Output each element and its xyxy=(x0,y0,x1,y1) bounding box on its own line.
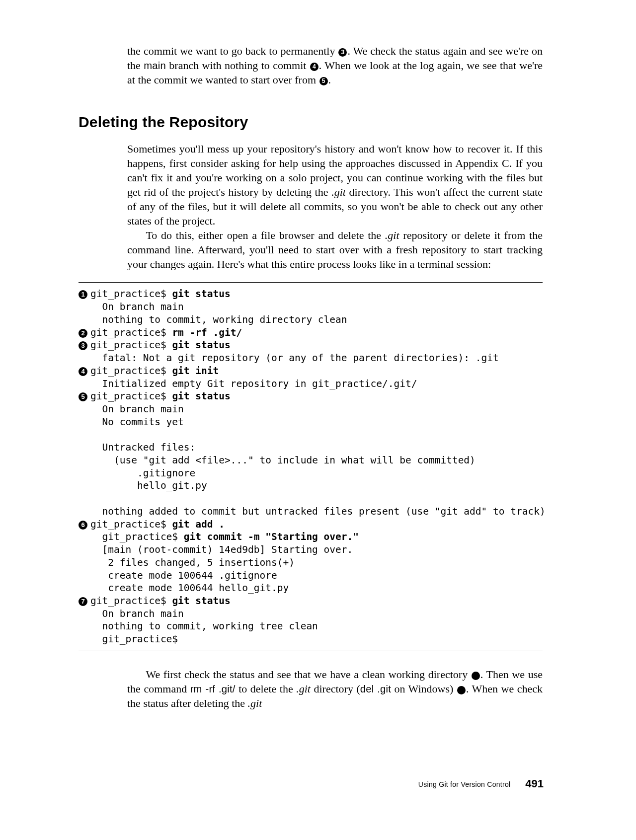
terminal-text: .gitignore xyxy=(90,467,195,480)
terminal-text: On branch main xyxy=(90,608,184,620)
marker-1-icon: 1 xyxy=(472,672,480,680)
terminal-line: create mode 100644 .gitignore xyxy=(79,569,543,582)
terminal-text: git_practice$ git init xyxy=(90,365,219,378)
prompt-text: git_practice$ xyxy=(90,519,172,530)
terminal-text: 2 files changed, 5 insertions(+) xyxy=(90,556,295,569)
terminal-text: nothing added to commit but untracked fi… xyxy=(90,505,546,518)
terminal-line: git_practice$ xyxy=(79,633,543,646)
prompt-text xyxy=(90,582,108,594)
terminal-line: .gitignore xyxy=(79,467,543,480)
terminal-text: git_practice$ git status xyxy=(90,339,231,352)
prompt-text xyxy=(90,314,102,325)
marker-column: 1 xyxy=(79,288,90,301)
terminal-text: nothing to commit, working tree clean xyxy=(90,620,318,633)
command-text: git status xyxy=(172,339,230,351)
output-text: 2 files changed, 5 insertions(+) xyxy=(108,557,295,568)
terminal-text: git_practice$ git add . xyxy=(90,518,225,531)
code-del: del .git xyxy=(360,684,391,694)
section-heading: Deleting the Repository xyxy=(79,114,543,131)
prompt-text xyxy=(90,493,102,504)
intro-paragraph: the commit we want to go back to permane… xyxy=(127,44,543,87)
output-text: create mode 100644 .gitignore xyxy=(108,570,277,581)
terminal-text xyxy=(90,428,102,441)
terminal-line: No commits yet xyxy=(79,416,543,429)
output-text: hello_git.py xyxy=(137,480,207,491)
text: to delete the xyxy=(236,683,297,695)
terminal-line: 1git_practice$ git status xyxy=(79,288,543,301)
terminal-text: fatal: Not a git repository (or any of t… xyxy=(90,352,499,365)
output-text: [main (root-commit) 14ed9db] Starting ov… xyxy=(102,544,353,555)
terminal-text: git_practice$ git status xyxy=(90,390,231,403)
terminal-line: On branch main xyxy=(79,608,543,620)
prompt-text xyxy=(90,301,102,312)
command-text: git commit -m "Starting over." xyxy=(184,531,359,542)
output-text: No commits yet xyxy=(102,416,183,428)
terminal-text: [main (root-commit) 14ed9db] Starting ov… xyxy=(90,543,353,556)
terminal-text: git_practice$ git commit -m "Starting ov… xyxy=(90,531,359,543)
output-text: nothing to commit, working directory cle… xyxy=(102,314,347,325)
footer-page-number: 491 xyxy=(525,777,544,790)
line-marker-icon: 7 xyxy=(79,597,87,606)
prompt-text xyxy=(90,480,137,491)
terminal-listing: 1git_practice$ git status On branch main… xyxy=(79,282,543,651)
terminal-line: 7git_practice$ git status xyxy=(79,595,543,608)
terminal-text: (use "git add <file>..." to include in w… xyxy=(90,454,476,467)
prompt-text xyxy=(90,633,102,645)
terminal-line: On branch main xyxy=(79,301,543,313)
terminal-line: 4git_practice$ git init xyxy=(79,365,543,378)
code-rm: rm -rf .git/ xyxy=(190,684,236,694)
prompt-text xyxy=(90,442,102,453)
terminal-line: (use "git add <file>..." to include in w… xyxy=(79,454,543,467)
terminal-text: Initialized empty Git repository in git_… xyxy=(90,378,417,390)
text: directory ( xyxy=(311,683,360,695)
terminal-text: create mode 100644 hello_git.py xyxy=(90,582,289,595)
terminal-line xyxy=(79,492,543,505)
terminal-line: Initialized empty Git repository in git_… xyxy=(79,378,543,390)
terminal-text: create mode 100644 .gitignore xyxy=(90,569,277,582)
prompt-text: git_practice$ xyxy=(90,288,172,300)
terminal-text: No commits yet xyxy=(90,416,184,429)
output-text: On branch main xyxy=(102,301,183,312)
code-main: main xyxy=(144,60,166,71)
terminal-line: 6git_practice$ git add . xyxy=(79,518,543,531)
marker-column: 2 xyxy=(79,326,90,339)
output-text: .gitignore xyxy=(137,467,195,479)
command-text: git status xyxy=(172,390,230,402)
marker-column: 3 xyxy=(79,339,90,352)
terminal-line: hello_git.py xyxy=(79,479,543,492)
intro-paragraph-block: the commit we want to go back to permane… xyxy=(127,44,543,87)
terminal-line xyxy=(79,428,543,441)
output-text: Initialized empty Git repository in git_… xyxy=(102,378,417,389)
terminal-line: 3git_practice$ git status xyxy=(79,339,543,352)
prompt-text xyxy=(90,352,102,364)
prompt-text: git_practice$ xyxy=(90,327,172,338)
page-footer: Using Git for Version Control 491 xyxy=(418,777,544,790)
section-body: Sometimes you'll mess up your repository… xyxy=(127,142,543,271)
terminal-line: nothing to commit, working tree clean xyxy=(79,620,543,633)
git-dir-italic: .git xyxy=(385,229,399,241)
output-text: nothing added to commit but untracked fi… xyxy=(102,506,545,517)
prompt-text: git_practice$ xyxy=(90,390,172,402)
marker-2-icon: 2 xyxy=(457,686,466,694)
prompt-text xyxy=(90,544,102,555)
command-text: git status xyxy=(172,595,230,607)
prompt-text: git_practice$ xyxy=(90,365,172,377)
prompt-text: git_practice$ xyxy=(90,531,184,542)
terminal-text: nothing to commit, working directory cle… xyxy=(90,313,347,326)
terminal-line: create mode 100644 hello_git.py xyxy=(79,582,543,595)
text: We first check the status and see that w… xyxy=(146,668,471,681)
terminal-line: 5git_practice$ git status xyxy=(79,390,543,403)
outro-block: We first check the status and see that w… xyxy=(127,667,543,710)
line-marker-icon: 1 xyxy=(79,290,87,299)
prompt-text xyxy=(90,620,102,632)
marker-4-icon: 4 xyxy=(310,63,318,71)
prompt-text xyxy=(90,570,108,581)
git-dir-italic: .git xyxy=(331,186,346,198)
marker-3-icon: 3 xyxy=(338,48,347,57)
line-marker-icon: 4 xyxy=(79,367,87,376)
output-text: (use "git add <file>..." to include in w… xyxy=(114,455,476,466)
line-marker-icon: 5 xyxy=(79,392,87,401)
prompt-text xyxy=(90,378,102,389)
marker-5-icon: 5 xyxy=(319,77,328,85)
marker-column: 4 xyxy=(79,365,90,378)
